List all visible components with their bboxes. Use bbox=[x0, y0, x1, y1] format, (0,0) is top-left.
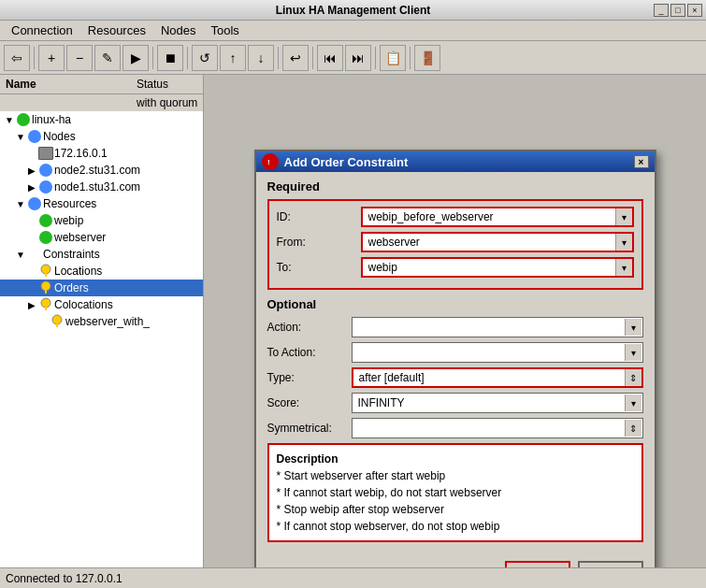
tree-item-172[interactable]: 172.16.0.1 bbox=[0, 145, 203, 162]
symmetrical-row: Symmetrical: ⇕ bbox=[267, 418, 643, 438]
label-colocations: Colocations bbox=[54, 298, 113, 311]
right-panel: ! Add Order Constraint × Required ID: bbox=[204, 75, 706, 567]
dialog-overlay: ! Add Order Constraint × Required ID: bbox=[204, 75, 706, 567]
tb-stop[interactable]: ⏹ bbox=[157, 45, 183, 71]
tb-sep7 bbox=[410, 47, 411, 69]
tb-prev[interactable]: ⏮ bbox=[317, 45, 343, 71]
tb-refresh[interactable]: ↺ bbox=[192, 45, 218, 71]
tree-item-nodes[interactable]: ▼ Nodes bbox=[0, 128, 203, 145]
svg-point-4 bbox=[41, 298, 50, 308]
menu-tools[interactable]: Tools bbox=[204, 22, 247, 39]
label-webserver-with: webserver_with_ bbox=[65, 315, 150, 328]
from-control: webserver ▾ bbox=[361, 232, 634, 252]
tree-item-node1[interactable]: ▶ node1.stu31.com bbox=[0, 179, 203, 195]
main-area: Name Status with quorum ▼ linux-ha ▼ Nod… bbox=[0, 75, 706, 567]
icon-colocations bbox=[37, 297, 54, 312]
icon-webserver bbox=[37, 230, 54, 245]
score-label: Score: bbox=[267, 396, 352, 409]
tb-sep2 bbox=[152, 47, 153, 69]
symmetrical-select[interactable] bbox=[352, 418, 643, 438]
tree-item-colocations[interactable]: ▶ Colocations bbox=[0, 296, 203, 313]
col-name: Name bbox=[0, 75, 131, 93]
label-locations: Locations bbox=[54, 265, 102, 278]
tree-item-webip[interactable]: webip bbox=[0, 212, 203, 229]
tree-item-node2[interactable]: ▶ node2.stu31.com bbox=[0, 162, 203, 179]
tree-item-orders[interactable]: Orders bbox=[0, 280, 203, 296]
toggle-resources[interactable]: ▼ bbox=[15, 199, 26, 209]
icon-node1 bbox=[37, 179, 54, 194]
label-orders: Orders bbox=[54, 281, 89, 294]
tree-item-webserver-with[interactable]: webserver_with_ bbox=[0, 313, 203, 330]
to-action-row: To Action: ▾ bbox=[267, 342, 643, 363]
to-action-label: To Action: bbox=[267, 346, 352, 359]
toggle-node2[interactable]: ▶ bbox=[26, 165, 37, 176]
menu-nodes[interactable]: Nodes bbox=[153, 22, 204, 39]
svg-rect-5 bbox=[45, 307, 47, 310]
type-row: Type: after [default] ⇕ bbox=[267, 367, 643, 388]
svg-rect-1 bbox=[45, 273, 47, 277]
tb-back[interactable]: ⇦ bbox=[4, 45, 30, 71]
id-select[interactable]: webip_before_webserver bbox=[361, 207, 634, 227]
dialog-title-bar: ! Add Order Constraint × bbox=[256, 151, 655, 172]
status-text: with quorum bbox=[131, 96, 197, 109]
icon-node2 bbox=[37, 163, 54, 178]
tb-start[interactable]: ▶ bbox=[122, 45, 149, 71]
score-select[interactable]: INFINITY bbox=[352, 393, 643, 413]
tree-item-webserver[interactable]: webserver bbox=[0, 229, 203, 246]
toggle-constraints[interactable]: ▼ bbox=[15, 250, 26, 260]
dialog-icon: ! bbox=[262, 153, 279, 170]
tb-clipboard[interactable]: 📋 bbox=[380, 45, 406, 71]
minimize-button[interactable]: _ bbox=[654, 4, 669, 17]
optional-section-label: Optional bbox=[267, 297, 643, 311]
to-action-select[interactable] bbox=[352, 342, 643, 363]
to-label: To: bbox=[277, 261, 361, 274]
status-bar: Connected to 127.0.0.1 bbox=[0, 567, 706, 588]
type-select[interactable]: after [default] bbox=[352, 367, 643, 388]
from-select[interactable]: webserver bbox=[361, 232, 634, 252]
label-constraints: Constraints bbox=[43, 248, 100, 261]
tree-item-constraints[interactable]: ▼ Constraints bbox=[0, 246, 203, 263]
action-control: ▾ bbox=[352, 317, 643, 337]
tb-undo[interactable]: ↩ bbox=[282, 45, 309, 71]
tb-sep4 bbox=[278, 47, 279, 69]
tree-item-resources[interactable]: ▼ Resources bbox=[0, 195, 203, 212]
tb-add[interactable]: + bbox=[38, 45, 65, 71]
toggle-colocations[interactable]: ▶ bbox=[26, 300, 37, 310]
action-label: Action: bbox=[267, 321, 352, 334]
action-select[interactable] bbox=[352, 317, 643, 337]
tb-down[interactable]: ↓ bbox=[248, 45, 274, 71]
required-section-label: Required bbox=[267, 179, 643, 194]
tree-item-locations[interactable]: Locations bbox=[0, 263, 203, 280]
icon-constraints bbox=[26, 247, 43, 262]
label-nodes: Nodes bbox=[43, 130, 76, 143]
maximize-button[interactable]: □ bbox=[670, 4, 685, 17]
toggle-linux-ha[interactable]: ▼ bbox=[4, 115, 15, 125]
icon-linux-ha bbox=[15, 112, 32, 127]
status-text: Connected to 127.0.0.1 bbox=[6, 572, 122, 585]
tb-remove[interactable]: − bbox=[66, 45, 93, 71]
symmetrical-label: Symmetrical: bbox=[267, 422, 352, 435]
tb-next[interactable]: ⏭ bbox=[345, 45, 371, 71]
toggle-node1[interactable]: ▶ bbox=[26, 182, 37, 193]
tb-edit[interactable]: ✎ bbox=[94, 45, 121, 71]
description-box: Description * Start webserver after star… bbox=[267, 443, 643, 542]
app-title: Linux HA Management Client bbox=[276, 4, 431, 17]
toggle-webserver bbox=[26, 233, 37, 243]
icon-172 bbox=[37, 146, 54, 161]
desc-title: Description bbox=[277, 452, 339, 466]
tb-sep3 bbox=[187, 47, 188, 69]
id-control: webip_before_webserver ▾ bbox=[361, 207, 634, 227]
menu-resources[interactable]: Resources bbox=[80, 22, 153, 39]
label-webserver: webserver bbox=[54, 231, 106, 244]
tree-item-linux-ha[interactable]: ▼ linux-ha bbox=[0, 111, 203, 128]
tb-exit[interactable]: 🚪 bbox=[414, 45, 440, 71]
menu-connection[interactable]: Connection bbox=[4, 22, 80, 39]
icon-resources bbox=[26, 196, 43, 211]
id-row: ID: webip_before_webserver ▾ bbox=[277, 207, 634, 227]
dialog-close-button[interactable]: × bbox=[634, 155, 649, 168]
close-button[interactable]: × bbox=[687, 4, 702, 17]
tb-up[interactable]: ↑ bbox=[220, 45, 246, 71]
toggle-nodes[interactable]: ▼ bbox=[15, 132, 26, 142]
toggle-orders bbox=[26, 283, 37, 294]
to-select[interactable]: webip bbox=[361, 257, 634, 278]
